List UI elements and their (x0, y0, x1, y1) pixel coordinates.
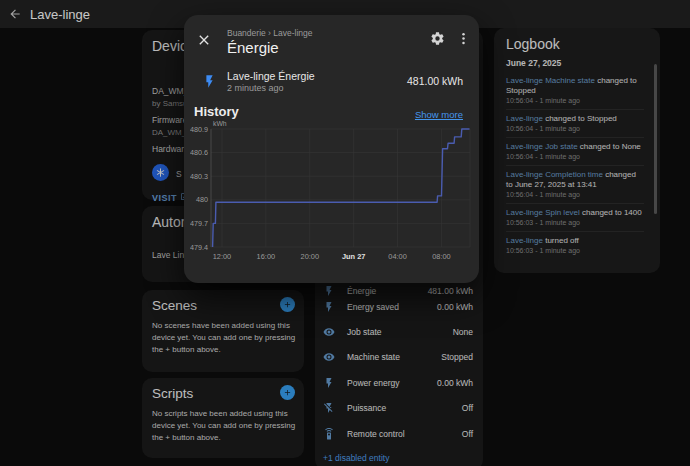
svg-text:04:00: 04:00 (388, 252, 407, 261)
svg-text:479.7: 479.7 (190, 219, 208, 228)
flash-icon (202, 74, 217, 89)
dialog-entity-row[interactable]: Lave-linge Énergie 2 minutes ago 481.00 … (196, 69, 467, 95)
history-chart[interactable]: 479.4479.7480480.3480.6480.912:0016:0020… (190, 120, 474, 272)
svg-text:480.6: 480.6 (190, 148, 208, 157)
svg-text:08:00: 08:00 (432, 252, 451, 261)
show-more-link[interactable]: Show more (415, 109, 463, 120)
dialog-entity-name: Lave-linge Énergie (227, 70, 315, 82)
dialog-entity-value: 481.00 kWh (407, 75, 463, 87)
svg-text:480: 480 (196, 195, 208, 204)
history-heading: History (194, 104, 239, 119)
svg-text:480.3: 480.3 (190, 172, 208, 181)
more-menu-icon[interactable] (456, 31, 471, 46)
device-page: Lave-linge Device info DA_WM_ by Samsu F… (0, 0, 690, 466)
dialog-entity-last-changed: 2 minutes ago (227, 83, 284, 93)
dialog-title: Énergie (227, 39, 279, 56)
svg-text:kWh: kWh (213, 120, 227, 127)
svg-text:12:00: 12:00 (213, 252, 232, 261)
svg-text:Jun 27: Jun 27 (342, 252, 365, 261)
breadcrumb: Buanderie › Lave-linge (227, 28, 313, 38)
svg-text:16:00: 16:00 (257, 252, 276, 261)
close-icon[interactable] (196, 32, 212, 48)
gear-icon[interactable] (430, 31, 445, 46)
entity-dialog: Buanderie › Lave-linge Énergie Lave-ling… (184, 15, 479, 283)
svg-text:20:00: 20:00 (301, 252, 320, 261)
svg-text:479.4: 479.4 (190, 243, 208, 252)
svg-text:480.9: 480.9 (190, 125, 208, 134)
